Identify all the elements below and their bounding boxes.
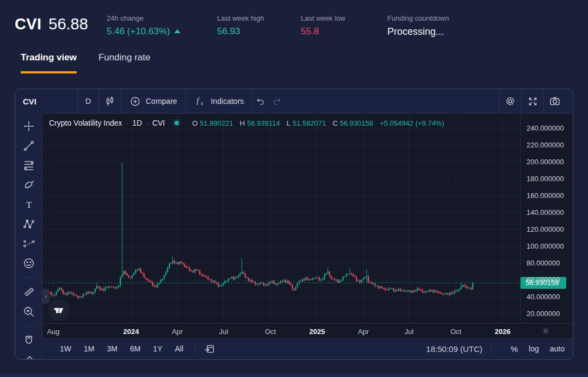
auto-scale-button[interactable]: auto	[550, 344, 565, 353]
chart-pane[interactable]: Crypto Volatility Index · 1D · CVI O51.8…	[43, 114, 520, 323]
svg-text:f: f	[196, 97, 200, 105]
chart-legend: Crypto Volatility Index · 1D · CVI O51.8…	[49, 119, 444, 127]
ruler-icon	[22, 286, 35, 299]
session-clock[interactable]: 18:50:09 (UTC)	[426, 344, 482, 354]
tab-funding-rate[interactable]: Funding rate	[98, 52, 150, 73]
gear-icon	[504, 95, 516, 107]
time-axis-label: Oct	[450, 327, 461, 336]
time-axis-label: Aug	[47, 327, 59, 336]
ohlc-values: O51.890221 H56.939114 L51.582071 C56.930…	[188, 119, 444, 127]
redo-button[interactable]	[269, 89, 285, 113]
measure-tool-button[interactable]	[22, 285, 36, 299]
legend-change: +5.054942 (+9.74%)	[380, 119, 444, 127]
collapse-toolbar-handle[interactable]: ‹	[42, 289, 49, 304]
price-axis-label: 100.000000	[527, 242, 564, 251]
range-6m-button[interactable]: 6M	[130, 344, 140, 353]
draw-mode-button[interactable]	[22, 353, 36, 360]
xabcd-pattern-icon	[22, 218, 35, 231]
crosshair-tool-button[interactable]	[22, 119, 36, 133]
forecast-tool-button[interactable]	[22, 237, 36, 251]
tradingview-logo[interactable]	[48, 299, 70, 321]
stat-value: 5.46 (+10.63%)	[107, 26, 170, 36]
magnet-icon	[22, 334, 35, 347]
range-1y-button[interactable]: 1Y	[153, 344, 162, 353]
range-all-button[interactable]: All	[175, 344, 183, 353]
chart-settings-button[interactable]	[499, 89, 521, 113]
time-axis-label: Apr	[358, 327, 369, 336]
brush-tool-button[interactable]	[22, 178, 36, 192]
fullscreen-button[interactable]	[522, 89, 543, 113]
fib-retracement-tool-button[interactable]	[22, 158, 36, 172]
symbol-search-button[interactable]: CVI	[15, 89, 77, 113]
range-1m-button[interactable]: 1M	[84, 344, 94, 353]
market-status-icon[interactable]	[172, 119, 181, 127]
fib-retracement-icon	[22, 159, 35, 172]
time-axis[interactable]: Aug2024AprJulOct2025AprJulOct2026	[43, 323, 573, 339]
go-to-date-icon[interactable]	[204, 343, 215, 354]
time-axis-settings-icon[interactable]	[541, 326, 550, 336]
cvi-trading-page: CVI 56.88 24h change 5.46 (+10.63%) Last…	[0, 0, 588, 377]
redo-icon	[271, 96, 282, 107]
stat-value: Processing...	[387, 26, 449, 38]
pencil-icon	[22, 354, 35, 360]
compare-button[interactable]: Compare	[121, 89, 185, 113]
range-3m-button[interactable]: 3M	[107, 344, 117, 353]
legend-title: Crypto Volatility Index	[49, 119, 122, 127]
price-axis-label: 60.000000	[527, 276, 560, 285]
time-axis-label: Apr	[172, 327, 183, 336]
time-axis-label: Oct	[265, 327, 276, 336]
text-tool-button[interactable]: T	[22, 197, 36, 212]
chart-toolbar: CVI D Compare f x	[15, 89, 572, 114]
price-axis-label: 220.000000	[527, 141, 564, 150]
range-1w-button[interactable]: 1W	[60, 344, 71, 353]
undo-icon	[255, 96, 266, 107]
price-axis-label: 240.000000	[527, 124, 564, 133]
price-axis-label: 120.000000	[527, 225, 564, 234]
svg-text:x: x	[201, 101, 203, 106]
zoom-in-icon	[22, 305, 35, 318]
percent-scale-button[interactable]: %	[511, 344, 518, 354]
stat-label: Funding countdown	[387, 14, 449, 22]
stat-last-week-low: Last week low 55.8	[301, 14, 345, 37]
fx-icon: f x	[194, 95, 206, 107]
symbol-name: CVI	[15, 15, 41, 33]
interval-button[interactable]: D	[78, 89, 98, 113]
emoji-tool-button[interactable]	[22, 256, 36, 270]
svg-text:T: T	[26, 200, 32, 210]
price-axis[interactable]: 56.930158 240.000000220.000000200.000000…	[520, 114, 573, 323]
chart-widget: CVI D Compare f x	[15, 89, 573, 360]
magnet-tool-button[interactable]	[22, 333, 36, 348]
xabcd-pattern-tool-button[interactable]	[22, 217, 36, 231]
time-axis-label: 2025	[310, 327, 325, 336]
trend-line-tool-button[interactable]	[22, 139, 36, 153]
time-axis-label: Jul	[219, 327, 228, 336]
candlestick-icon	[104, 95, 116, 107]
text-icon: T	[22, 198, 35, 211]
camera-icon	[549, 95, 561, 107]
stat-value: 56.93	[217, 26, 264, 37]
candle-style-button[interactable]	[99, 89, 121, 113]
indicators-button[interactable]: f x Indicators	[186, 89, 252, 113]
time-axis-label: 2026	[495, 327, 511, 336]
candles-layer	[43, 114, 520, 323]
price-axis-label: 200.000000	[527, 158, 564, 166]
stat-last-week-high: Last week high 56.93	[217, 14, 264, 37]
trend-line-icon	[22, 139, 35, 152]
next-section-edge	[0, 374, 588, 377]
stat-label: Last week low	[301, 14, 345, 22]
stat-funding-countdown: Funding countdown Processing...	[387, 14, 449, 38]
undo-button[interactable]	[252, 89, 269, 113]
screenshot-button[interactable]	[544, 89, 566, 113]
stat-value: 55.8	[301, 26, 345, 37]
stat-24h-change: 24h change 5.46 (+10.63%)	[107, 14, 181, 37]
tab-trading-view[interactable]: Trading view	[21, 52, 77, 73]
bottom-bar-separator	[491, 343, 491, 355]
zoom-in-tool-button[interactable]	[22, 305, 36, 319]
forecast-icon	[22, 237, 35, 250]
price-axis-label: 140.000000	[527, 208, 564, 217]
price-axis-label: 180.000000	[527, 175, 564, 183]
stat-label: Last week high	[217, 14, 264, 22]
plus-circle-icon	[129, 96, 141, 107]
log-scale-button[interactable]: log	[529, 344, 539, 353]
up-arrow-icon	[174, 29, 181, 33]
